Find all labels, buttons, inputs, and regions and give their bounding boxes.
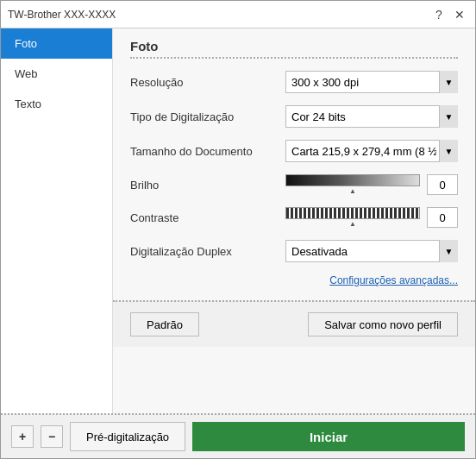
label-tipo-digitalizacao: Tipo de Digitalização bbox=[130, 110, 285, 123]
main-content: Foto Web Texto Foto Resolução 300 x 300 … bbox=[1, 28, 475, 413]
bottom-buttons: Padrão Salvar como novo perfil bbox=[113, 300, 475, 347]
label-digitalizacao-duplex: Digitalização Duplex bbox=[130, 245, 285, 258]
label-resolucao: Resolução bbox=[130, 76, 285, 89]
contraste-slider-track-wrapper: ▲ bbox=[285, 207, 420, 228]
footer-bar: + − Pré-digitalização Iniciar bbox=[1, 413, 475, 458]
help-button[interactable]: ? bbox=[430, 6, 448, 23]
dropdown-duplex-wrapper: Desativada ▼ bbox=[285, 240, 458, 262]
add-button[interactable]: + bbox=[11, 425, 34, 448]
control-tipo-digitalizacao: Cor 24 bits ▼ bbox=[285, 105, 458, 128]
contraste-slider-indicator: ▲ bbox=[349, 220, 356, 228]
sidebar-label-foto: Foto bbox=[15, 37, 37, 50]
row-digitalizacao-duplex: Digitalização Duplex Desativada ▼ bbox=[130, 240, 458, 262]
sidebar-item-texto[interactable]: Texto bbox=[1, 89, 112, 119]
label-tamanho-documento: Tamanho do Documento bbox=[130, 145, 285, 158]
brilho-value[interactable]: 0 bbox=[427, 174, 458, 195]
dropdown-tipo-wrapper: Cor 24 bits ▼ bbox=[285, 105, 458, 128]
sidebar-item-web[interactable]: Web bbox=[1, 59, 112, 89]
sidebar-label-texto: Texto bbox=[15, 97, 41, 110]
control-resolucao: 300 x 300 dpi ▼ bbox=[285, 71, 458, 93]
dropdown-tipo-digitalizacao[interactable]: Cor 24 bits bbox=[285, 105, 458, 128]
brilho-slider-indicator: ▲ bbox=[349, 187, 356, 195]
section-title: Foto bbox=[130, 39, 458, 53]
row-resolucao: Resolução 300 x 300 dpi ▼ bbox=[130, 71, 458, 93]
contraste-slider-track[interactable] bbox=[285, 207, 420, 219]
title-bar: TW-Brother XXX-XXXX ? ✕ bbox=[1, 1, 475, 28]
window-controls: ? ✕ bbox=[430, 6, 468, 23]
row-tipo-digitalizacao: Tipo de Digitalização Cor 24 bits ▼ bbox=[130, 105, 458, 128]
content-area: Foto Resolução 300 x 300 dpi ▼ Tipo de D… bbox=[113, 28, 475, 413]
pre-scan-button[interactable]: Pré-digitalização bbox=[70, 422, 185, 451]
row-contraste: Contraste ▲ 0 bbox=[130, 207, 458, 228]
default-button[interactable]: Padrão bbox=[130, 312, 199, 336]
control-tamanho-documento: Carta 215,9 x 279,4 mm (8 ½ x 1... ▼ bbox=[285, 140, 458, 162]
control-brilho: ▲ 0 bbox=[285, 174, 458, 195]
close-button[interactable]: ✕ bbox=[451, 6, 468, 23]
window-title: TW-Brother XXX-XXXX bbox=[8, 9, 116, 21]
row-tamanho-documento: Tamanho do Documento Carta 215,9 x 279,4… bbox=[130, 140, 458, 162]
advanced-link[interactable]: Configurações avançadas... bbox=[130, 274, 458, 286]
dropdown-resolucao[interactable]: 300 x 300 dpi bbox=[285, 71, 458, 93]
dropdown-tamanho-documento[interactable]: Carta 215,9 x 279,4 mm (8 ½ x 1... bbox=[285, 140, 458, 162]
section-divider bbox=[130, 57, 458, 59]
control-contraste: ▲ 0 bbox=[285, 207, 458, 228]
main-window: TW-Brother XXX-XXXX ? ✕ Foto Web Texto F… bbox=[0, 0, 476, 459]
brilho-slider-container: ▲ 0 bbox=[285, 174, 458, 195]
dropdown-resolucao-wrapper: 300 x 300 dpi ▼ bbox=[285, 71, 458, 93]
contraste-value[interactable]: 0 bbox=[427, 207, 458, 228]
brilho-slider-track-wrapper: ▲ bbox=[285, 174, 420, 195]
save-profile-button[interactable]: Salvar como novo perfil bbox=[308, 312, 458, 336]
sidebar-item-foto[interactable]: Foto bbox=[1, 28, 112, 59]
contraste-slider-container: ▲ 0 bbox=[285, 207, 458, 228]
dropdown-digitalizacao-duplex[interactable]: Desativada bbox=[285, 240, 458, 262]
control-digitalizacao-duplex: Desativada ▼ bbox=[285, 240, 458, 262]
sidebar-label-web: Web bbox=[15, 67, 38, 80]
brilho-slider-track[interactable] bbox=[285, 174, 420, 186]
row-brilho: Brilho ▲ 0 bbox=[130, 174, 458, 195]
label-brilho: Brilho bbox=[130, 179, 285, 192]
start-button[interactable]: Iniciar bbox=[192, 422, 465, 451]
dropdown-tamanho-wrapper: Carta 215,9 x 279,4 mm (8 ½ x 1... ▼ bbox=[285, 140, 458, 162]
advanced-link-container: Configurações avançadas... bbox=[130, 274, 458, 286]
remove-button[interactable]: − bbox=[41, 425, 63, 448]
label-contraste: Contraste bbox=[130, 211, 285, 224]
sidebar: Foto Web Texto bbox=[1, 28, 113, 413]
